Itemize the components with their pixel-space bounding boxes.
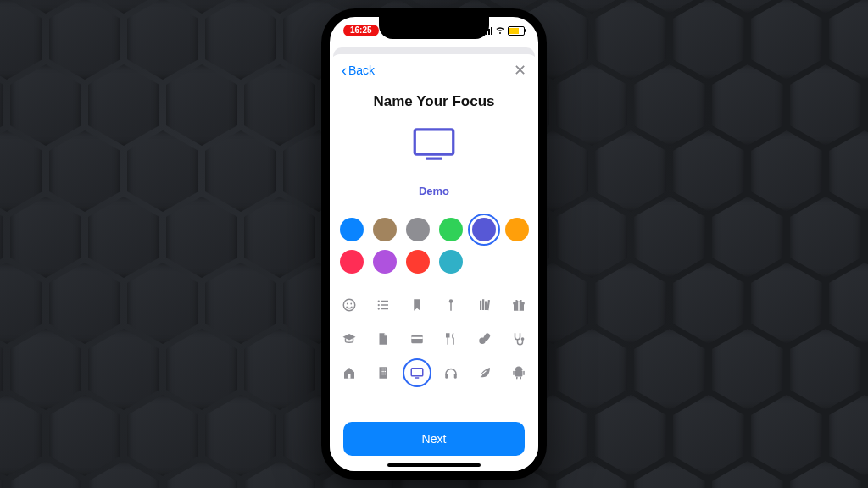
icon-option-stethoscope[interactable] [508,328,530,350]
signal-icon [483,27,492,35]
next-button[interactable]: Next [343,422,525,456]
icon-option-gift[interactable] [508,294,530,316]
back-label: Back [348,64,375,77]
close-button[interactable]: ✕ [514,63,526,78]
sheet-nav: ‹ Back ✕ [330,54,538,81]
focus-name-input[interactable]: Demo [330,185,538,197]
icon-option-fork-knife[interactable] [440,328,462,350]
color-swatch-teal[interactable] [439,250,463,274]
icon-picker [330,294,538,391]
icon-option-smiley[interactable] [338,294,360,316]
icon-option-bookmark[interactable] [406,294,428,316]
color-swatch-red[interactable] [406,250,430,274]
color-swatch-green[interactable] [439,218,463,241]
color-swatch-brown[interactable] [373,218,397,241]
battery-icon [508,26,525,36]
wifi-icon [495,25,505,36]
modal-sheet: ‹ Back ✕ Name Your Focus Demo Next [330,54,538,471]
color-picker [330,218,538,274]
phone-frame: 16:25 ‹ Back ✕ Name Your Focus [321,8,547,480]
icon-option-android[interactable] [508,362,530,384]
icon-option-headphones[interactable] [440,362,462,384]
chevron-left-icon: ‹ [342,63,347,78]
icon-option-building[interactable] [372,362,394,384]
selected-icon-preview [330,125,538,163]
icon-option-display[interactable] [406,362,428,384]
page-title: Name Your Focus [330,93,538,110]
status-bar: 16:25 [330,20,538,41]
status-time: 16:25 [343,25,379,36]
icon-option-house[interactable] [338,362,360,384]
color-swatch-pink[interactable] [340,250,364,274]
phone-screen: 16:25 ‹ Back ✕ Name Your Focus [330,17,538,471]
color-swatch-indigo[interactable] [472,218,496,241]
icon-option-pills[interactable] [474,328,496,350]
color-swatch-gray[interactable] [406,218,430,241]
icon-option-document[interactable] [372,328,394,350]
svg-rect-0 [415,130,453,154]
icon-option-pin[interactable] [440,294,462,316]
home-indicator[interactable] [387,463,481,467]
back-button[interactable]: ‹ Back [342,63,375,78]
icon-option-graduation-cap[interactable] [338,328,360,350]
icon-option-list[interactable] [372,294,394,316]
color-swatch-blue[interactable] [340,218,364,241]
icon-option-credit-card[interactable] [406,328,428,350]
color-swatch-orange[interactable] [505,218,529,241]
icon-option-leaf[interactable] [474,362,496,384]
icon-option-books[interactable] [474,294,496,316]
color-swatch-purple[interactable] [373,250,397,274]
